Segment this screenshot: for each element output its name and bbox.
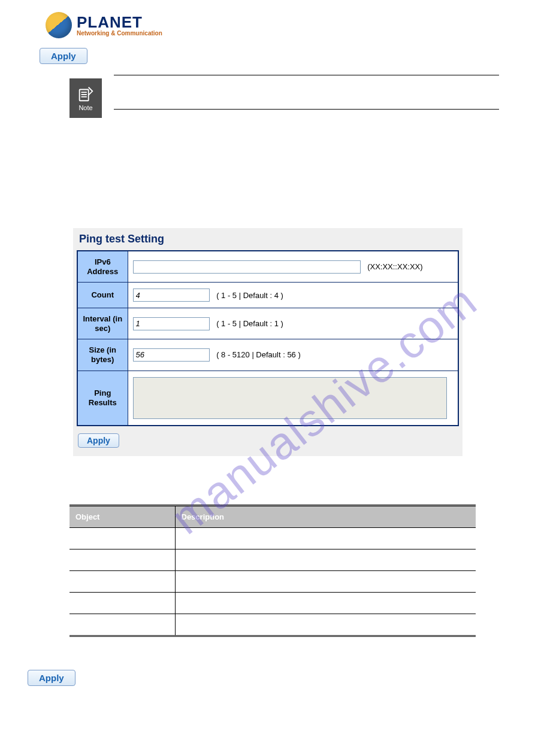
table-cell-description: Specifies the interval between sending e… bbox=[175, 570, 476, 592]
size-hint: ( 8 - 5120 | Default : 56 ) bbox=[216, 350, 301, 359]
field-description-table: Object Description IPv6 Address The dest… bbox=[69, 505, 476, 637]
table-cell-description: The destination IPv6 Address. bbox=[175, 527, 476, 549]
section-intro: This page allows you to issue ICMPv6 PIN… bbox=[69, 154, 499, 204]
note-icon: Note bbox=[69, 78, 102, 118]
logo-tagline: Networking & Communication bbox=[77, 30, 162, 37]
size-label: Size (in bytes) bbox=[77, 339, 128, 371]
table-row: IPv6 Address The destination IPv6 Addres… bbox=[69, 527, 476, 549]
figure-caption: Figure 4-14-3 ICMPv6 Ping Page Screensho… bbox=[73, 460, 499, 468]
interval-input[interactable] bbox=[133, 317, 210, 330]
ping-results-output bbox=[133, 377, 448, 419]
table-cell-description: Display the ping result. bbox=[175, 614, 476, 636]
panel-apply-button[interactable]: Apply bbox=[78, 433, 119, 448]
buttons-heading: Buttons bbox=[69, 655, 499, 664]
apply-button-bottom[interactable]: Apply bbox=[28, 670, 75, 686]
table-cell-object: Interval (in sec) bbox=[69, 570, 175, 592]
count-hint: ( 1 - 5 | Default : 4 ) bbox=[216, 291, 283, 300]
table-cell-object: Count bbox=[69, 549, 175, 570]
size-input[interactable] bbox=[133, 348, 210, 362]
ping-test-panel: Ping test Setting IPv6 Address (XX:XX::X… bbox=[73, 228, 463, 456]
table-row: Count Number of echo requests to send. bbox=[69, 549, 476, 570]
note-icon-label: Note bbox=[78, 104, 92, 111]
table-cell-object: IPv6 Address bbox=[69, 527, 175, 549]
table-cell-description: Number of echo requests to send. bbox=[175, 549, 476, 570]
apply-button-description: : Click to transmit ICMPv6 packets. bbox=[77, 674, 198, 683]
logo-brand-text: PLANET bbox=[77, 14, 162, 30]
table-cell-object: Size (in bytes) bbox=[69, 592, 175, 614]
ping-results-label: Ping Results bbox=[77, 371, 128, 426]
table-cell-description: Specifies the number of data bytes to be… bbox=[175, 592, 476, 614]
ipv6-address-input[interactable] bbox=[133, 260, 361, 274]
interval-label: Interval (in sec) bbox=[77, 308, 128, 339]
panel-title: Ping test Setting bbox=[73, 228, 463, 250]
table-row: Size (in bytes) Specifies the number of … bbox=[69, 592, 476, 614]
brand-logo: PLANET Networking & Communication bbox=[46, 12, 499, 38]
table-row: Interval (in sec) Specifies the interval… bbox=[69, 570, 476, 592]
table-header-object: Object bbox=[69, 505, 175, 527]
table-header-description: Description bbox=[175, 505, 476, 527]
ipv6-address-hint: (XX:XX::XX:XX) bbox=[367, 262, 422, 271]
desc-intro: The page includes the following fields: bbox=[69, 492, 499, 501]
table-cell-object: Ping Results bbox=[69, 614, 175, 636]
note-text: Be sure the target IP address is within … bbox=[114, 75, 499, 109]
logo-globe-icon bbox=[46, 12, 72, 38]
interval-hint: ( 1 - 5 | Default : 1 ) bbox=[216, 319, 283, 328]
count-input[interactable] bbox=[133, 289, 210, 302]
table-row: Ping Results Display the ping result. bbox=[69, 614, 476, 636]
count-label: Count bbox=[77, 283, 128, 308]
section-heading: 4.14.2 IPv6 Ping Test bbox=[69, 130, 499, 142]
ipv6-address-label: IPv6 Address bbox=[77, 251, 128, 283]
apply-button[interactable]: Apply bbox=[40, 48, 87, 64]
